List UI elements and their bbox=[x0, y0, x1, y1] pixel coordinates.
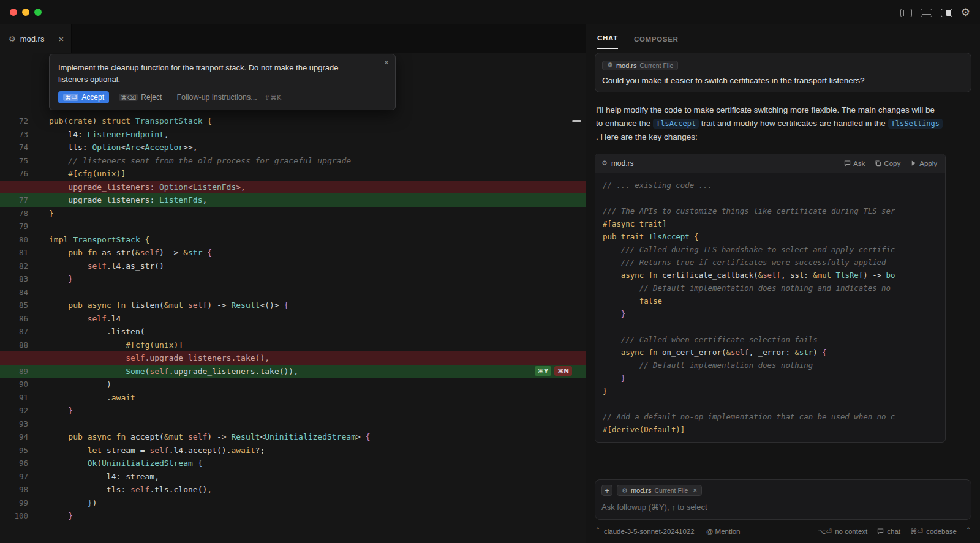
settings-gear-icon[interactable]: ⚙ bbox=[961, 7, 970, 18]
code-line[interactable]: 77 upgrade_listeners: ListenFds, bbox=[0, 193, 586, 207]
no-context-label: no context bbox=[835, 528, 867, 535]
code-line[interactable]: 80impl TransportStack { bbox=[0, 233, 586, 247]
followup-instructions-input[interactable]: Follow-up instructions... ⇧⌘K bbox=[176, 93, 283, 102]
tab-mod-rs[interactable]: ⚙ mod.rs × bbox=[0, 24, 72, 53]
reject-button[interactable]: ⌘⌫ Reject bbox=[119, 93, 162, 102]
close-icon[interactable]: × bbox=[384, 58, 389, 67]
code-line[interactable]: 100 } bbox=[0, 509, 586, 523]
chat-mode-label: chat bbox=[887, 528, 900, 535]
code-line[interactable]: 91 .await bbox=[0, 391, 586, 405]
code-line[interactable]: 90 ) bbox=[0, 378, 586, 391]
line-number: 73 bbox=[0, 128, 28, 141]
inline-code[interactable]: TlsAccept bbox=[653, 119, 699, 129]
code-block-line: // Default implementation does nothing bbox=[603, 359, 945, 372]
user-message-text: Could you make it easier to switch certi… bbox=[602, 76, 964, 85]
code-block-line: /// Called when certificate selection fa… bbox=[603, 333, 945, 346]
codebase-button[interactable]: ⌘⏎ codebase bbox=[910, 527, 957, 536]
code-line[interactable]: 86 self.l4 bbox=[0, 312, 586, 326]
code-block-line: // Default implementation does nothing a… bbox=[603, 282, 945, 294]
code-line[interactable]: 74 tls: Option<Arc<Acceptor>>, bbox=[0, 141, 586, 154]
code-line[interactable]: 94 pub async fn accept(&mut self) -> Res… bbox=[0, 430, 586, 444]
code-line[interactable]: upgrade_listeners: Option<ListenFds>, bbox=[0, 181, 586, 194]
line-number: 99 bbox=[0, 496, 28, 510]
code-line[interactable]: 73 l4: ListenerEndpoint, bbox=[0, 128, 586, 141]
chat-input[interactable]: + ⚙ mod.rs Current File × Ask followup (… bbox=[595, 479, 971, 520]
code-line[interactable]: 78} bbox=[0, 207, 586, 220]
code-line[interactable]: 72pub(crate) struct TransportStack { bbox=[0, 114, 586, 128]
close-window-button[interactable] bbox=[10, 9, 17, 16]
tab-composer[interactable]: COMPOSER bbox=[634, 36, 679, 49]
line-number: 80 bbox=[0, 233, 28, 247]
code-line-text: pub fn as_str(&self) -> &str { bbox=[49, 246, 212, 260]
minimize-window-button[interactable] bbox=[22, 9, 29, 16]
code-line[interactable]: 81 pub fn as_str(&self) -> &str { bbox=[0, 246, 586, 260]
code-line-text: let stream = self.l4.accept().await?; bbox=[49, 444, 265, 457]
code-line[interactable]: 85 pub async fn listen(&mut self) -> Res… bbox=[0, 299, 586, 312]
model-selector[interactable]: claude-3-5-sonnet-20241022 bbox=[604, 528, 695, 535]
code-line-text: #[cfg(unix)] bbox=[49, 167, 126, 181]
copy-button[interactable]: Copy bbox=[870, 158, 905, 169]
copy-label: Copy bbox=[884, 160, 900, 167]
toggle-bottom-panel-icon[interactable] bbox=[921, 9, 932, 17]
code-line[interactable]: 79 bbox=[0, 220, 586, 233]
ask-button[interactable]: Ask bbox=[840, 158, 869, 169]
code-line[interactable]: 84 bbox=[0, 286, 586, 299]
code-line[interactable]: 82 self.l4.as_str() bbox=[0, 260, 586, 273]
accept-label: Accept bbox=[81, 93, 104, 102]
code-block-line: #[async_trait] bbox=[603, 217, 945, 230]
code-line[interactable]: 87 .listen( bbox=[0, 325, 586, 339]
chevron-up-icon[interactable]: ˆ bbox=[967, 527, 970, 536]
close-tab-icon[interactable]: × bbox=[58, 34, 64, 44]
inline-code[interactable]: TlsSettings bbox=[888, 119, 943, 129]
code-line[interactable]: self.upgrade_listeners.take(), bbox=[0, 351, 586, 365]
accept-hunk-badge[interactable]: ⌘Y bbox=[535, 366, 551, 376]
toggle-left-panel-icon[interactable] bbox=[900, 9, 912, 17]
code-line[interactable]: 92 } bbox=[0, 404, 586, 418]
code-line[interactable]: 83 } bbox=[0, 272, 586, 286]
zoom-window-button[interactable] bbox=[34, 9, 42, 16]
code-line-text: upgrade_listeners: ListenFds, bbox=[49, 193, 207, 207]
code-line[interactable]: 95 let stream = self.l4.accept().await?; bbox=[0, 444, 586, 457]
tab-chat[interactable]: CHAT bbox=[597, 34, 618, 49]
code-line[interactable]: 98 tls: self.tls.clone(), bbox=[0, 483, 586, 496]
line-number: 82 bbox=[0, 260, 28, 273]
line-number: 88 bbox=[0, 339, 28, 352]
code-line[interactable]: 88 #[cfg(unix)] bbox=[0, 339, 586, 352]
chat-input-placeholder: Ask followup (⌘Y), ↑ to select bbox=[601, 503, 965, 512]
reject-hunk-badge[interactable]: ⌘N bbox=[554, 366, 572, 376]
code-editor[interactable]: 72pub(crate) struct TransportStack {73 l… bbox=[0, 53, 586, 543]
line-number: 72 bbox=[0, 114, 28, 128]
accept-button[interactable]: ⌘⏎ Accept bbox=[58, 91, 109, 103]
code-line[interactable]: 97 l4: stream, bbox=[0, 470, 586, 484]
code-block: ⚙ mod.rs Ask Copy bbox=[595, 154, 946, 443]
line-number: 78 bbox=[0, 207, 28, 220]
code-block-line: // ... existing code ... bbox=[603, 179, 945, 192]
code-block-line bbox=[603, 320, 945, 333]
add-context-button[interactable]: + bbox=[601, 485, 612, 496]
code-line-text: l4: ListenerEndpoint, bbox=[49, 128, 169, 141]
line-number: 83 bbox=[0, 272, 28, 286]
apply-button[interactable]: Apply bbox=[906, 158, 941, 169]
code-line-text: self.l4.as_str() bbox=[49, 260, 164, 273]
code-line-text: self.l4 bbox=[49, 312, 121, 326]
line-number: 97 bbox=[0, 470, 28, 484]
context-pill[interactable]: ⚙ mod.rs Current File × bbox=[617, 485, 702, 496]
code-block-line: #[derive(Default)] bbox=[603, 423, 945, 436]
code-line[interactable]: 99 }) bbox=[0, 496, 586, 510]
code-line[interactable]: 76 #[cfg(unix)] bbox=[0, 167, 586, 181]
code-line[interactable]: 96 Ok(UninitializedStream { bbox=[0, 457, 586, 470]
code-line[interactable]: 93 bbox=[0, 418, 586, 431]
assistant-message-text: I'll help modify the code to make certif… bbox=[596, 103, 944, 144]
code-line-text: upgrade_listeners: Option<ListenFds>, bbox=[49, 181, 246, 194]
mention-button[interactable]: @ Mention bbox=[706, 528, 741, 535]
toggle-right-panel-icon[interactable] bbox=[941, 9, 952, 17]
code-block-header: ⚙ mod.rs Ask Copy bbox=[595, 154, 945, 173]
remove-context-icon[interactable]: × bbox=[693, 486, 697, 495]
scroll-indicator[interactable] bbox=[572, 120, 581, 122]
code-line[interactable]: 75 // listeners sent from the old proces… bbox=[0, 154, 586, 168]
chat-mode-toggle[interactable]: chat bbox=[877, 528, 900, 536]
code-line[interactable]: 89 Some(self.upgrade_listeners.take()),⌘… bbox=[0, 365, 586, 378]
no-context-hint[interactable]: ⌥⏎ no context bbox=[818, 527, 867, 536]
no-context-keys: ⌥⏎ bbox=[818, 527, 832, 536]
context-pill[interactable]: ⚙ mod.rs Current File bbox=[602, 61, 678, 70]
